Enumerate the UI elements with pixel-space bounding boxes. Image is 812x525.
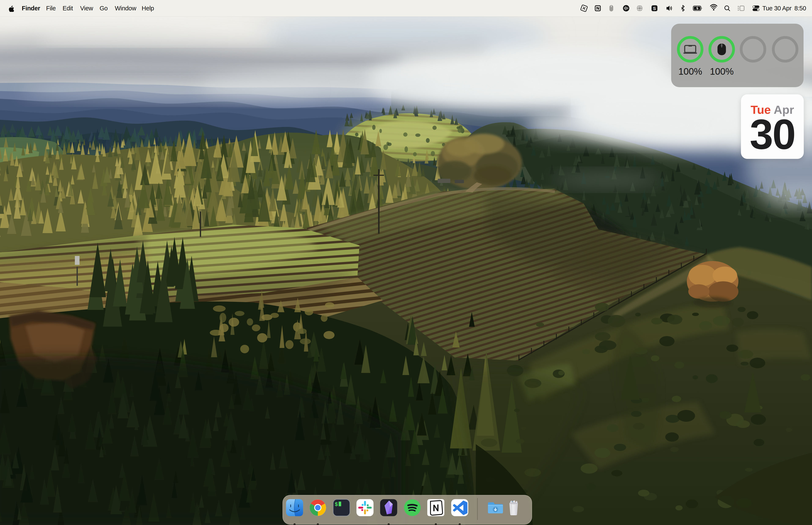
svg-text:S: S [653, 6, 656, 11]
svg-text:$: $ [335, 501, 338, 508]
